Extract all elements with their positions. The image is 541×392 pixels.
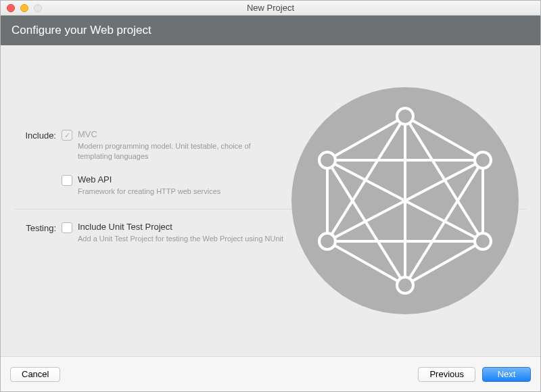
page-title: Configure your Web project bbox=[11, 24, 151, 36]
previous-button[interactable]: Previous bbox=[418, 367, 475, 382]
next-button[interactable]: Next bbox=[482, 367, 531, 382]
unit-test-label: Include Unit Test Project bbox=[78, 222, 283, 232]
form-area: Include: ✓ MVC Modern programming model.… bbox=[1, 45, 540, 356]
close-icon[interactable] bbox=[7, 4, 15, 12]
footer: Cancel Previous Next bbox=[1, 356, 540, 391]
webapi-label: Web API bbox=[78, 174, 220, 185]
mvc-desc: Modern programming model. Unit testable,… bbox=[78, 141, 285, 162]
include-label: Include: bbox=[14, 129, 62, 141]
maximize-icon bbox=[34, 4, 42, 12]
testing-label: Testing: bbox=[14, 222, 62, 233]
divider bbox=[14, 209, 527, 210]
cancel-button[interactable]: Cancel bbox=[10, 367, 60, 382]
mvc-checkbox: ✓ bbox=[62, 130, 72, 141]
mvc-label: MVC bbox=[78, 129, 285, 139]
page-banner: Configure your Web project bbox=[1, 16, 540, 45]
unit-test-checkbox[interactable] bbox=[62, 222, 72, 233]
webapi-desc: Framework for creating HTTP web services bbox=[78, 187, 220, 197]
window: New Project Configure your Web project I… bbox=[0, 0, 541, 392]
minimize-icon[interactable] bbox=[20, 4, 28, 12]
unit-test-desc: Add a Unit Test Project for testing the … bbox=[78, 234, 283, 244]
titlebar: New Project bbox=[1, 1, 540, 16]
webapi-checkbox[interactable] bbox=[62, 175, 72, 186]
window-title: New Project bbox=[1, 3, 540, 13]
